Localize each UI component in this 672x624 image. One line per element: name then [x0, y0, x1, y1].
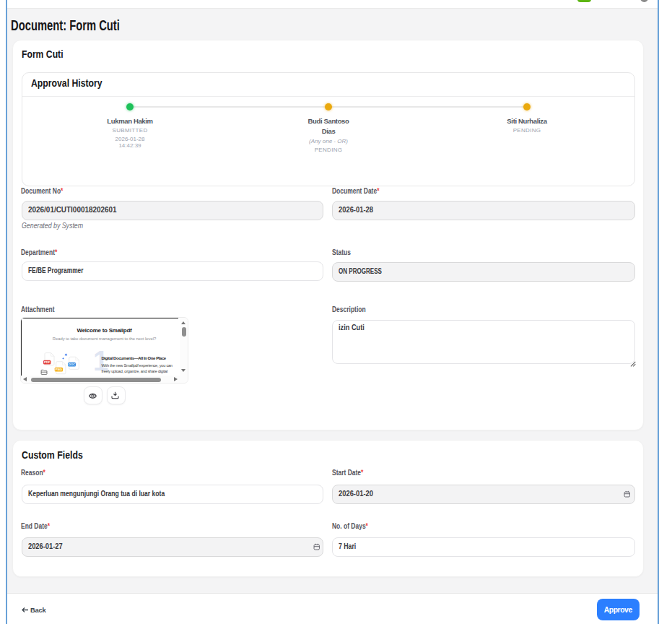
- svg-text:PDF: PDF: [44, 360, 51, 364]
- svg-text:PNG: PNG: [56, 368, 62, 371]
- svg-text:DOC: DOC: [69, 363, 75, 366]
